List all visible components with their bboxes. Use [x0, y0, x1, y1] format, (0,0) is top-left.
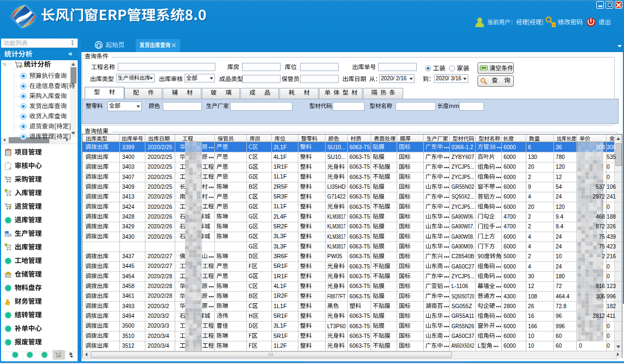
svg-text:6063-T5: 6063-T5: [349, 154, 370, 160]
svg-text:2020/2/26: 2020/2/26: [148, 204, 173, 210]
svg-text:2020/3/2: 2020/3/2: [148, 303, 169, 309]
svg-text:GA90W08.: GA90W08.: [451, 234, 474, 240]
svg-text:708: 708: [596, 144, 605, 150]
svg-text:1L1F: 1L1F: [273, 303, 287, 309]
svg-text:996: 996: [556, 323, 565, 329]
svg-text:26: 26: [528, 303, 534, 309]
svg-text:0: 0: [607, 264, 610, 270]
svg-text:3424: 3424: [122, 204, 135, 210]
svg-text:439: 439: [607, 234, 616, 240]
svg-text:0: 0: [607, 164, 610, 170]
svg-text:188: 188: [607, 214, 616, 220]
svg-text:3L3F: 3L3F: [273, 233, 287, 239]
svg-text:3510: 3510: [122, 333, 135, 339]
svg-text:537: 537: [596, 184, 605, 190]
svg-text:36: 36: [556, 144, 562, 150]
svg-text:20: 20: [528, 204, 534, 210]
svg-text:6063-T5: 6063-T5: [349, 214, 370, 220]
svg-text:0: 0: [607, 323, 610, 329]
svg-text:2L1F: 2L1F: [273, 144, 287, 150]
svg-text:72.8: 72.8: [556, 303, 566, 309]
svg-text:3437: 3437: [122, 253, 135, 259]
svg-text:996: 996: [607, 293, 616, 299]
svg-text:4: 4: [528, 264, 531, 270]
svg-text:10: 10: [556, 253, 562, 259]
svg-text:2020/2/26: 2020/2/26: [148, 194, 173, 200]
svg-text:GR55N26: GR55N26: [451, 323, 474, 329]
svg-text:6063-T5: 6063-T5: [349, 204, 370, 210]
svg-text:10: 10: [528, 333, 534, 339]
svg-text:2020/3/4: 2020/3/4: [148, 343, 169, 349]
svg-text:5R1F: 5R1F: [273, 263, 288, 269]
svg-text:6063-T5: 6063-T5: [349, 343, 370, 349]
svg-text:326: 326: [607, 223, 616, 229]
svg-text:241: 241: [607, 194, 616, 200]
svg-text:6063-T5: 6063-T5: [349, 273, 370, 279]
svg-text:24: 24: [556, 194, 562, 200]
svg-text:2020/2/28: 2020/2/28: [148, 293, 173, 299]
svg-text:2020/2/25: 2020/2/25: [148, 164, 173, 170]
svg-text:1L1F: 1L1F: [273, 203, 287, 209]
svg-text:3461: 3461: [122, 293, 135, 299]
svg-text:6063-T5: 6063-T5: [349, 164, 370, 170]
svg-text:0: 0: [607, 273, 610, 279]
svg-text:2R5F: 2R5F: [273, 183, 288, 190]
svg-text:2020/2/28: 2020/2/28: [148, 283, 173, 289]
svg-text:«: «: [68, 49, 72, 58]
svg-text:6000: 6000: [504, 264, 516, 270]
svg-text:6063-T5: 6063-T5: [349, 223, 370, 229]
svg-text:3458: 3458: [122, 283, 135, 289]
svg-text:GA90M09.: GA90M09.: [451, 244, 474, 250]
svg-text:2020/ 3/16: 2020/ 3/16: [436, 75, 462, 81]
svg-text:6: 6: [528, 144, 531, 150]
svg-text:GR55A11: GR55A11: [451, 313, 474, 319]
svg-text:3400: 3400: [122, 154, 135, 160]
svg-text:6000: 6000: [504, 333, 516, 339]
svg-text:6063-T5: 6063-T5: [349, 144, 370, 150]
svg-text:SQ50X2...: SQ50X2...: [451, 194, 474, 200]
svg-text:ZYCJP5...: ZYCJP5...: [451, 204, 474, 210]
svg-text:LI35HD: LI35HD: [327, 184, 346, 190]
svg-text:96: 96: [556, 313, 562, 319]
svg-text:872: 872: [596, 223, 605, 229]
svg-text:916: 916: [596, 283, 605, 289]
svg-text:468: 468: [596, 214, 605, 220]
svg-text:54: 54: [556, 184, 562, 190]
svg-text:306: 306: [596, 293, 605, 299]
svg-text:3494: 3494: [122, 313, 135, 319]
svg-text:2020/3/3: 2020/3/3: [148, 323, 169, 329]
svg-text:6063-T5: 6063-T5: [349, 323, 370, 329]
svg-text:3429: 3429: [122, 223, 135, 229]
svg-text:6063-T5: 6063-T5: [349, 244, 370, 250]
svg-text:4: 4: [528, 234, 531, 240]
svg-text:2020/2/25: 2020/2/25: [148, 144, 173, 150]
svg-text:KLM3817: KLM3817: [327, 234, 346, 240]
svg-text:2L4F: 2L4F: [273, 213, 287, 220]
svg-text:2: 2: [602, 253, 605, 259]
svg-text:2: 2: [528, 223, 531, 229]
svg-text:4: 4: [528, 194, 531, 200]
svg-text:4: 4: [528, 244, 531, 250]
svg-text:4L1F: 4L1F: [273, 154, 287, 160]
svg-text:6063-T5: 6063-T5: [349, 283, 370, 289]
svg-text:6063-T5: 6063-T5: [349, 194, 370, 200]
svg-text:KLM3817: KLM3817: [327, 223, 346, 229]
svg-text:6000: 6000: [504, 194, 516, 200]
svg-text:9.4: 9.4: [556, 214, 563, 220]
svg-text:10: 10: [528, 343, 534, 349]
svg-text:6063-T5: 6063-T5: [349, 184, 370, 190]
svg-text:5R1F: 5R1F: [273, 333, 288, 339]
svg-text:108: 108: [528, 293, 537, 299]
svg-text:KLM3817: KLM3817: [327, 244, 346, 250]
svg-text:0: 0: [607, 204, 610, 210]
svg-text:GA50C27: GA50C27: [451, 264, 474, 270]
svg-text:GR55N02: GR55N02: [451, 184, 474, 190]
svg-text:6063-T5: 6063-T5: [349, 234, 370, 240]
svg-text:2020/2/28: 2020/2/28: [148, 273, 173, 279]
svg-text:6000: 6000: [504, 323, 516, 329]
svg-text:0: 0: [579, 343, 582, 349]
svg-text:»: »: [69, 350, 73, 357]
svg-text:535: 535: [607, 154, 616, 160]
svg-text:6063-T5: 6063-T5: [349, 253, 370, 259]
svg-text:308: 308: [607, 144, 616, 150]
